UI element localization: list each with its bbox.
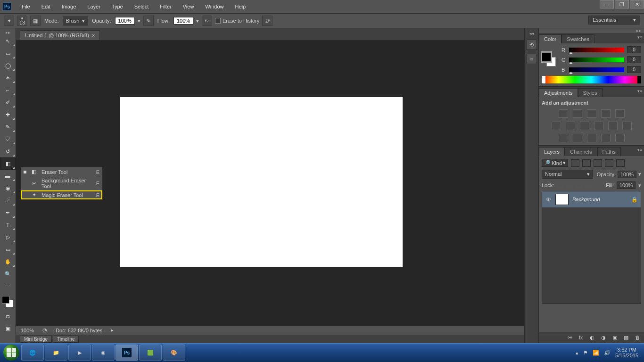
g-slider[interactable]	[569, 58, 624, 62]
maximize-button[interactable]: ❐	[615, 0, 629, 8]
menu-file[interactable]: File	[17, 2, 35, 11]
tray-more-icon[interactable]: ▴	[576, 350, 578, 356]
stamp-tool[interactable]: ⛉	[0, 133, 16, 145]
minimize-button[interactable]: —	[600, 0, 614, 8]
fill-field[interactable]: 100%	[617, 181, 636, 189]
type-tool[interactable]: T	[0, 219, 16, 231]
blur-tool[interactable]: ◉	[0, 182, 16, 194]
adj-levels-icon[interactable]	[573, 109, 582, 118]
r-value[interactable]: 0	[627, 46, 641, 53]
tab-adjustments[interactable]: Adjustments	[539, 88, 578, 97]
blend-mode-dropdown[interactable]: Normal▾	[542, 170, 593, 179]
zoom-level[interactable]: 100%	[21, 328, 34, 333]
brush-preset-picker[interactable]: ●13	[17, 16, 27, 26]
adjustment-layer-icon[interactable]: ◑	[600, 335, 607, 341]
color-panel-menu-icon[interactable]: ▾≡	[637, 35, 642, 40]
toolbox-expand-icon[interactable]: ▸▸	[0, 30, 16, 35]
menu-help[interactable]: Help	[230, 2, 250, 11]
adj-hue-icon[interactable]	[552, 122, 561, 130]
history-brush-tool[interactable]: ↺	[0, 145, 16, 157]
adj-bw-icon[interactable]	[580, 122, 589, 130]
quick-select-tool[interactable]: ✶	[0, 72, 16, 84]
edit-toolbar[interactable]: ⋯	[0, 280, 16, 292]
menu-filter[interactable]: Filter	[155, 2, 176, 11]
g-value[interactable]: 0	[627, 56, 641, 63]
pressure-size-icon[interactable]: ⅅ	[262, 16, 272, 26]
doc-info[interactable]: Doc: 632.8K/0 bytes	[56, 328, 102, 333]
flow-menu-icon[interactable]: ▾	[196, 18, 199, 24]
adj-posterize-icon[interactable]	[573, 134, 582, 142]
zoom-tool[interactable]: 🔍	[0, 268, 16, 280]
lock-transparent-icon[interactable]	[557, 182, 563, 189]
delete-layer-icon[interactable]: 🗑	[634, 335, 641, 340]
link-layers-icon[interactable]: ⚯	[566, 335, 573, 341]
crop-tool[interactable]: ⌐	[0, 84, 16, 96]
lock-icon[interactable]: 🔒	[631, 196, 638, 203]
taskbar-paint[interactable]: 🎨	[163, 345, 185, 361]
tray-network-icon[interactable]: 📶	[593, 350, 599, 356]
menu-window[interactable]: Window	[200, 2, 228, 11]
layers-panel-menu-icon[interactable]: ▾≡	[637, 148, 642, 152]
taskbar-app-green[interactable]: 🟩	[139, 345, 162, 361]
current-tool-icon[interactable]: ✦	[4, 16, 14, 26]
taskbar-media[interactable]: ▶	[68, 345, 91, 361]
adj-curves-icon[interactable]	[587, 109, 596, 118]
adj-photo-filter-icon[interactable]	[594, 122, 603, 130]
tab-mini-bridge[interactable]: Mini Bridge	[20, 336, 52, 343]
panel-color-swatch[interactable]	[542, 52, 557, 67]
flyout-background-eraser-tool[interactable]: ✂Background Eraser ToolE	[21, 176, 102, 190]
lock-all-icon[interactable]	[585, 182, 592, 189]
adj-lookup-icon[interactable]	[622, 122, 632, 130]
flyout-eraser-tool[interactable]: ◧Eraser ToolE	[21, 167, 102, 176]
tab-styles[interactable]: Styles	[578, 88, 603, 97]
start-button[interactable]	[2, 343, 21, 362]
lasso-tool[interactable]: ◯	[0, 59, 16, 72]
status-icon[interactable]: ◔	[42, 327, 47, 333]
tray-clock[interactable]: 3:52 PM5/15/2015	[615, 347, 638, 358]
color-spectrum[interactable]	[542, 76, 641, 83]
quick-mask-icon[interactable]: ◘	[0, 310, 16, 322]
lock-position-icon[interactable]	[576, 182, 582, 189]
layer-filter-kind[interactable]: 🔎 Kind ▾	[542, 159, 568, 167]
mask-icon[interactable]: ◐	[588, 335, 596, 341]
adj-brightness-icon[interactable]	[559, 109, 568, 118]
b-value[interactable]: 0	[627, 66, 641, 73]
menu-layer[interactable]: Layer	[83, 2, 105, 11]
tab-timeline[interactable]: Timeline	[53, 336, 79, 343]
erase-history-checkbox[interactable]: Erase to History	[215, 18, 259, 24]
path-select-tool[interactable]: ▷	[0, 231, 16, 243]
adj-invert-icon[interactable]	[559, 134, 568, 142]
adjustments-panel-menu-icon[interactable]: ▾≡	[637, 89, 642, 93]
status-menu-icon[interactable]: ▸	[111, 327, 114, 333]
close-tab-icon[interactable]: ×	[92, 33, 95, 38]
mode-dropdown[interactable]: Brush▾	[63, 16, 89, 25]
adj-vibrance-icon[interactable]	[615, 109, 625, 118]
pen-tool[interactable]: ✒	[0, 206, 16, 219]
document-tab[interactable]: Untitled-1 @ 100% (RGB/8)×	[20, 30, 100, 40]
history-panel-icon[interactable]: ⟲	[527, 40, 537, 50]
taskbar-chrome[interactable]: ◉	[92, 345, 115, 361]
brush-panel-toggle[interactable]: ▦	[30, 16, 41, 26]
properties-panel-icon[interactable]: ≡	[527, 54, 537, 64]
hand-tool[interactable]: ✋	[0, 255, 16, 268]
taskbar-photoshop[interactable]: Ps	[116, 345, 138, 361]
menu-image[interactable]: Image	[57, 2, 81, 11]
new-layer-icon[interactable]: ▦	[622, 335, 630, 341]
tab-swatches[interactable]: Swatches	[561, 34, 594, 43]
tray-flag-icon[interactable]: ⚑	[583, 350, 588, 356]
menu-type[interactable]: Type	[107, 2, 128, 11]
tab-channels[interactable]: Channels	[565, 147, 597, 156]
fx-icon[interactable]: fx	[577, 335, 585, 340]
dodge-tool[interactable]: ☄	[0, 194, 16, 206]
filter-pixel-icon[interactable]	[571, 159, 579, 167]
lock-pixels-icon[interactable]	[566, 182, 573, 189]
group-icon[interactable]: ▣	[611, 335, 619, 341]
workspace-switcher[interactable]: Essentials▾	[588, 16, 640, 25]
adj-gradient-map-icon[interactable]	[601, 134, 611, 142]
taskbar-explorer[interactable]: 📁	[45, 345, 67, 361]
dock-expand-icon[interactable]: ◂◂	[529, 31, 534, 36]
screen-mode-icon[interactable]: ▣	[0, 322, 16, 335]
marquee-tool[interactable]: ▭	[0, 47, 16, 59]
opacity-field[interactable]: 100%	[115, 17, 135, 25]
opacity-menu-icon[interactable]: ▾	[138, 18, 140, 24]
